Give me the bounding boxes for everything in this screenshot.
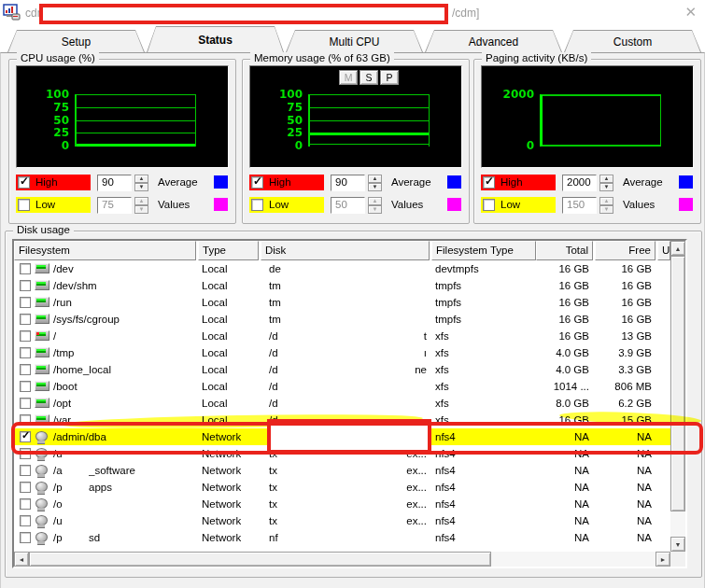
disk-row[interactable]: /uNetworktxex...nfs4NANA — [14, 512, 670, 529]
tab-multi-cpu[interactable]: Multi CPU — [286, 30, 423, 52]
low-checkbox[interactable] — [483, 199, 495, 211]
spinner-up-icon[interactable]: ▲ — [368, 197, 382, 205]
spinner-up-icon[interactable]: ▲ — [599, 197, 613, 205]
high-spinner[interactable]: ▲▼ — [368, 175, 382, 191]
disk-row[interactable]: /uNetworktxex...nfs4NANA — [14, 445, 670, 462]
spinner-down-icon[interactable]: ▼ — [368, 205, 382, 214]
disk-row[interactable]: /oNetworktxex...nfs4NANA — [14, 496, 670, 512]
disk-row[interactable]: /bootLocal/dxfs1014 ...806 MB — [14, 378, 670, 395]
disk-cell: tx — [269, 512, 277, 529]
column-header-type[interactable]: Type — [198, 241, 259, 260]
disk-row[interactable]: /optLocal/dxfs8.0 GB6.2 GB — [14, 395, 670, 412]
disk-row[interactable]: /tmpLocal/dıxfs4.0 GB3.9 GB — [14, 344, 670, 361]
tab-status[interactable]: Status — [147, 26, 284, 52]
disk-row[interactable]: /psdNetworknfnfs4NANA — [14, 529, 670, 546]
disk-row[interactable]: /sys/fs/cgroupLocaltmtmpfs16 GB16 GB — [14, 311, 670, 328]
disk-row[interactable]: ✓/admin/dbaNetworknfs4NANA — [14, 428, 670, 445]
spinner-up-icon[interactable]: ▲ — [134, 175, 148, 183]
column-header-filesystem-type[interactable]: Filesystem Type — [431, 241, 536, 260]
vertical-scrollbar[interactable]: ▲▼ — [670, 241, 685, 552]
vertical-scroll-thumb[interactable] — [670, 256, 685, 511]
graph-mode-button-s[interactable]: S — [360, 70, 378, 85]
disk-cell: nf — [269, 529, 278, 546]
spinner-down-icon[interactable]: ▼ — [599, 205, 613, 214]
disk-row-checkbox[interactable] — [20, 314, 31, 325]
disk-row-checkbox[interactable] — [20, 398, 31, 409]
spinner-down-icon[interactable]: ▼ — [134, 183, 148, 191]
free-cell: 13 GB — [595, 328, 652, 344]
disk-row[interactable]: /home_localLocal/dnexfs4.0 GB3.3 GB — [14, 361, 670, 378]
disk-row-checkbox[interactable] — [20, 414, 31, 426]
filesystem-name: /u — [53, 445, 63, 462]
column-header-filesystem[interactable]: Filesystem — [14, 241, 196, 260]
spinner-up-icon[interactable]: ▲ — [368, 175, 382, 183]
scroll-left-icon[interactable]: ◄ — [14, 552, 29, 567]
disk-row-checkbox[interactable] — [20, 498, 31, 510]
disk-row-checkbox[interactable] — [20, 280, 31, 291]
disk-row-checkbox[interactable] — [20, 465, 31, 476]
low-value-input[interactable]: 150 — [562, 197, 597, 214]
column-header-total[interactable]: Total — [536, 241, 593, 260]
spinner-up-icon[interactable]: ▲ — [599, 175, 613, 183]
high-spinner[interactable]: ▲▼ — [599, 175, 613, 191]
high-value-input[interactable]: 2000 — [562, 175, 597, 191]
filesystem-name-extra: apps — [89, 479, 112, 496]
disk-row[interactable]: /devLocaldedevtmpfs16 GB16 GB — [14, 260, 670, 277]
disk-row-checkbox[interactable] — [20, 448, 31, 459]
spinner-down-icon[interactable]: ▼ — [599, 183, 613, 191]
disk-row[interactable]: /a_softwareNetworktxex...nfs4NANA — [14, 462, 670, 479]
high-checkbox[interactable]: ✓ — [251, 176, 263, 189]
low-checkbox[interactable] — [251, 199, 263, 211]
close-button[interactable]: ✕ — [684, 5, 697, 19]
low-value-input[interactable]: 50 — [331, 197, 365, 214]
disk-row-checkbox[interactable] — [20, 364, 31, 375]
spinner-down-icon[interactable]: ▼ — [134, 205, 148, 214]
local-drive-icon — [35, 280, 49, 290]
tab-custom[interactable]: Custom — [564, 30, 701, 52]
spinner-down-icon[interactable]: ▼ — [368, 183, 382, 191]
horizontal-scrollbar[interactable]: ◄► — [14, 552, 670, 567]
scroll-down-icon[interactable]: ▼ — [670, 537, 685, 552]
high-checkbox[interactable]: ✓ — [483, 176, 495, 189]
disk-row-checkbox[interactable] — [20, 263, 31, 274]
disk-row[interactable]: /Local/dtxfs16 GB13 GB — [14, 328, 670, 344]
disk-row-checkbox[interactable] — [20, 347, 31, 358]
total-cell: NA — [481, 512, 589, 529]
disk-row-checkbox[interactable] — [20, 532, 31, 543]
disk-row-checkbox[interactable] — [20, 515, 31, 526]
tab-advanced[interactable]: Advanced — [425, 30, 562, 52]
low-spinner[interactable]: ▲▼ — [368, 197, 382, 214]
low-spinner[interactable]: ▲▼ — [134, 197, 148, 214]
high-value-input[interactable]: 90 — [97, 175, 132, 191]
high-value-input[interactable]: 90 — [331, 175, 365, 191]
scroll-up-icon[interactable]: ▲ — [670, 241, 685, 256]
disk-row-checkbox[interactable] — [20, 297, 31, 308]
disk-row[interactable]: /dev/shmLocaltmtmpfs16 GB16 GB — [14, 277, 670, 294]
fstype-cell: nfs4 — [435, 529, 456, 546]
column-header-free[interactable]: Free — [595, 241, 656, 260]
spinner-up-icon[interactable]: ▲ — [134, 197, 148, 205]
high-spinner[interactable]: ▲▼ — [134, 175, 148, 191]
high-checkbox[interactable]: ✓ — [18, 176, 30, 189]
low-spinner[interactable]: ▲▼ — [599, 197, 613, 214]
disk-row-checkbox[interactable]: ✓ — [20, 431, 31, 442]
disk-row[interactable]: /runLocaltmtmpfs16 GB16 GB — [14, 294, 670, 311]
filesystem-name: /admin/dba — [53, 428, 106, 445]
disk-row-checkbox[interactable] — [20, 330, 31, 342]
graph-mode-button-p[interactable]: P — [380, 70, 399, 85]
scroll-right-icon[interactable]: ► — [656, 552, 670, 567]
column-header-u[interactable]: U — [657, 241, 670, 260]
disk-row[interactable]: /pappsNetworktxex...nfs4NANA — [14, 479, 670, 496]
tab-setup[interactable]: Setup — [7, 30, 145, 52]
filesystem-name: /p — [53, 479, 63, 496]
disk-row-checkbox[interactable] — [20, 381, 31, 392]
fstype-cell: nfs4 — [435, 496, 456, 512]
low-value-input[interactable]: 75 — [97, 197, 132, 214]
disk-row-checkbox[interactable] — [20, 482, 31, 493]
horizontal-scroll-thumb[interactable] — [29, 552, 491, 567]
graph-mode-button-m[interactable]: M — [339, 70, 358, 85]
low-checkbox[interactable] — [18, 199, 30, 211]
column-header-disk[interactable]: Disk — [261, 241, 430, 260]
type-cell: Local — [202, 260, 228, 277]
disk-row[interactable]: /varLocal/dxfs16 GB15 GB — [14, 412, 670, 428]
